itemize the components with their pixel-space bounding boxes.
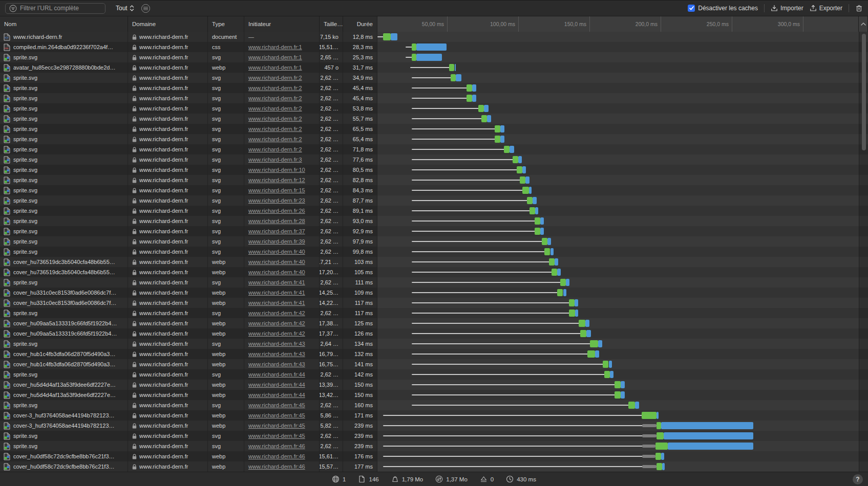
waterfall-cell[interactable] [377, 339, 859, 349]
timeline-header[interactable]: 50,00 ms100,00 ms150,0 ms200,0 ms250,0 m… [377, 16, 859, 32]
resource-name-cell[interactable]: sprite.svg [0, 83, 128, 93]
scrollbar-track[interactable] [859, 298, 868, 308]
resource-name-cell[interactable]: sprite.svg [0, 154, 128, 165]
resource-name-cell[interactable]: sprite.svg [0, 124, 128, 134]
resource-name-cell[interactable]: cover_hu331c0ec8153f0ad6e0086dc7f… [0, 288, 128, 298]
initiator-link[interactable]: www.richard-dern.fr:40 [248, 269, 305, 275]
table-row[interactable]: cover_hu736519dc3b5040cfa48b6b55…www.ric… [0, 257, 868, 267]
scrollbar-track[interactable] [859, 226, 868, 236]
table-row[interactable]: sprite.svgwww.richard-dern.frsvgwww.rich… [0, 144, 868, 154]
waterfall-cell[interactable] [377, 226, 859, 236]
table-row[interactable]: cover_hu5d4d4af13a53f9dee6df2227e…www.ri… [0, 390, 868, 400]
initiator-link[interactable]: www.richard-dern.fr:2 [248, 116, 302, 122]
waterfall-cell[interactable] [377, 461, 859, 472]
resource-name-cell[interactable]: cover_hu736519dc3b5040cfa48b6b55… [0, 267, 128, 277]
resource-name-cell[interactable]: sprite.svg [0, 441, 128, 451]
scrollbar-track[interactable] [859, 216, 868, 226]
resource-name-cell[interactable]: sprite.svg [0, 216, 128, 226]
waterfall-cell[interactable] [377, 288, 859, 298]
table-row[interactable]: sprite.svgwww.richard-dern.frsvgwww.rich… [0, 134, 868, 144]
scrollbar-track[interactable] [859, 185, 868, 195]
scrollbar-track[interactable] [859, 175, 868, 185]
waterfall-cell[interactable] [377, 257, 859, 267]
waterfall-cell[interactable] [377, 175, 859, 185]
scrollbar-track[interactable] [859, 318, 868, 328]
resource-name-cell[interactable]: sprite.svg [0, 175, 128, 185]
table-row[interactable]: sprite.svgwww.richard-dern.frsvgwww.rich… [0, 154, 868, 165]
resource-name-cell[interactable]: sprite.svg [0, 195, 128, 206]
waterfall-cell[interactable] [377, 52, 859, 62]
resource-type-selector[interactable]: Tout [116, 5, 134, 12]
initiator-link[interactable]: www.richard-dern.fr:42 [248, 310, 305, 316]
waterfall-cell[interactable] [377, 267, 859, 277]
initiator-link[interactable]: www.richard-dern.fr:41 [248, 290, 305, 296]
column-header-nom[interactable]: Nom [0, 16, 128, 32]
table-row[interactable]: sprite.svgwww.richard-dern.frsvgwww.rich… [0, 277, 868, 288]
table-row[interactable]: sprite.svgwww.richard-dern.frsvgwww.rich… [0, 216, 868, 226]
table-row[interactable]: cover_hu331c0ec8153f0ad6e0086dc7f…www.ri… [0, 298, 868, 308]
resource-name-cell[interactable]: <>www.richard-dern.fr [0, 32, 128, 42]
scrollbar-track[interactable] [859, 400, 868, 410]
table-row[interactable]: cover_hu0df58c72dc9cfbe8bb76c21f3…www.ri… [0, 461, 868, 472]
waterfall-cell[interactable] [377, 390, 859, 400]
table-row[interactable]: sprite.svgwww.richard-dern.frsvgwww.rich… [0, 206, 868, 216]
resource-name-cell[interactable]: sprite.svg [0, 103, 128, 114]
waterfall-cell[interactable] [377, 349, 859, 359]
waterfall-cell[interactable] [377, 42, 859, 52]
table-row[interactable]: sprite.svgwww.richard-dern.frsvgwww.rich… [0, 52, 868, 62]
initiator-link[interactable]: www.richard-dern.fr:40 [248, 259, 305, 265]
waterfall-cell[interactable] [377, 93, 859, 103]
column-header-type[interactable]: Type [208, 16, 244, 32]
scrollbar-track[interactable] [859, 431, 868, 441]
table-row[interactable]: cover_hub1c4fb3dfa06d2870f5d490a3…www.ri… [0, 349, 868, 359]
table-row[interactable]: sprite.svgwww.richard-dern.frsvgwww.rich… [0, 431, 868, 441]
table-row[interactable]: sprite.svgwww.richard-dern.frsvgwww.rich… [0, 195, 868, 206]
resource-name-cell[interactable]: sprite.svg [0, 114, 128, 124]
waterfall-cell[interactable] [377, 73, 859, 83]
resource-name-cell[interactable]: cover_hub1c4fb3dfa06d2870f5d490a3… [0, 359, 128, 369]
scrollbar-track[interactable] [859, 328, 868, 339]
column-header-duree[interactable]: Durée [343, 16, 377, 32]
url-filter-field[interactable] [5, 3, 105, 14]
help-button[interactable]: ? [853, 474, 863, 484]
initiator-link[interactable]: www.richard-dern.fr:40 [248, 249, 305, 255]
disable-caches-checkbox[interactable] [688, 5, 695, 12]
scrollbar-track[interactable] [859, 257, 868, 267]
resource-name-cell[interactable]: cover_hu09aa5a133319c66fd5f1922b4… [0, 328, 128, 339]
scrollbar-track[interactable] [859, 369, 868, 380]
waterfall-cell[interactable] [377, 400, 859, 410]
resource-name-cell[interactable]: sprite.svg [0, 206, 128, 216]
resource-name-cell[interactable]: sprite.svg [0, 369, 128, 380]
table-row[interactable]: cover-3_huf3764058ae44194b782123…www.ric… [0, 421, 868, 431]
initiator-link[interactable]: www.richard-dern.fr:1 [248, 64, 302, 71]
resource-name-cell[interactable]: sprite.svg [0, 226, 128, 236]
column-header-taille[interactable]: Taille… [320, 16, 343, 32]
table-row[interactable]: cover_hu331c0ec8153f0ad6e0086dc7f…www.ri… [0, 288, 868, 298]
resource-name-cell[interactable]: cover-3_huf3764058ae44194b782123… [0, 410, 128, 421]
waterfall-cell[interactable] [377, 451, 859, 461]
waterfall-cell[interactable] [377, 144, 859, 154]
table-row[interactable]: sprite.svgwww.richard-dern.frsvgwww.rich… [0, 226, 868, 236]
resource-name-cell[interactable]: sprite.svg [0, 144, 128, 154]
scrollbar-track[interactable] [859, 288, 868, 298]
initiator-link[interactable]: www.richard-dern.fr:46 [248, 453, 305, 459]
initiator-link[interactable]: www.richard-dern.fr:10 [248, 167, 305, 173]
waterfall-cell[interactable] [377, 359, 859, 369]
table-row[interactable]: cover_hu09aa5a133319c66fd5f1922b4…www.ri… [0, 328, 868, 339]
initiator-link[interactable]: www.richard-dern.fr:43 [248, 351, 305, 357]
waterfall-cell[interactable] [377, 32, 859, 42]
resource-name-cell[interactable]: cover_hu5d4d4af13a53f9dee6df2227e… [0, 380, 128, 390]
table-row[interactable]: sprite.svgwww.richard-dern.frsvgwww.rich… [0, 93, 868, 103]
table-row[interactable]: sprite.svgwww.richard-dern.frsvgwww.rich… [0, 441, 868, 451]
scrollbar-track[interactable] [859, 461, 868, 472]
initiator-link[interactable]: www.richard-dern.fr:2 [248, 85, 302, 91]
import-button[interactable]: Importer [771, 5, 803, 12]
waterfall-cell[interactable] [377, 369, 859, 380]
resource-name-cell[interactable]: sprite.svg [0, 165, 128, 175]
column-header-domaine[interactable]: Domaine [128, 16, 208, 32]
scrollbar-track[interactable] [859, 410, 868, 421]
scrollbar-track[interactable] [859, 277, 868, 288]
initiator-link[interactable]: www.richard-dern.fr:15 [248, 187, 305, 193]
waterfall-cell[interactable] [377, 441, 859, 451]
waterfall-cell[interactable] [377, 165, 859, 175]
